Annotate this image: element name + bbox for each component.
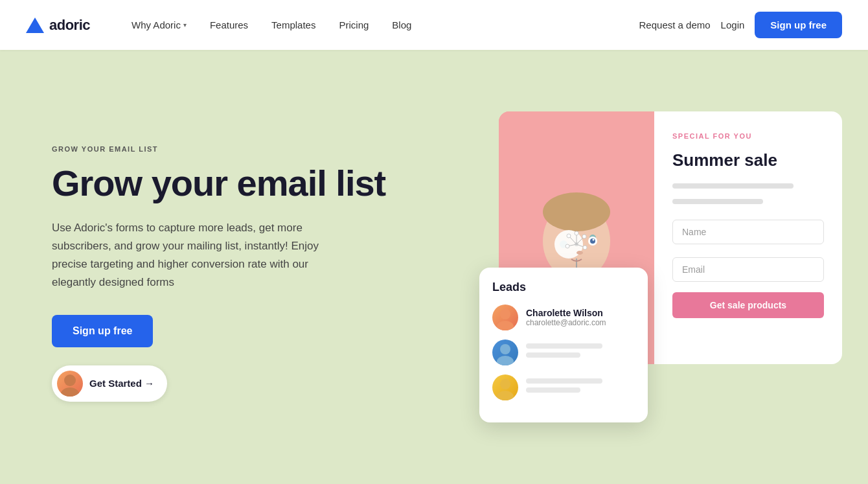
popup-form: SPECIAL FOR YOU Summer sale Name Email G… <box>654 111 842 364</box>
svg-point-24 <box>593 239 595 241</box>
lead-avatar-3 <box>492 375 518 400</box>
lead-line-name-3 <box>526 378 602 384</box>
leads-card: Leads Charolette Wilson charolette@adori… <box>479 268 648 422</box>
login-link[interactable]: Login <box>721 19 745 30</box>
nav-pricing[interactable]: Pricing <box>328 14 379 36</box>
svg-point-15 <box>582 235 586 238</box>
popup-special-label: SPECIAL FOR YOU <box>672 132 824 140</box>
svg-point-32 <box>497 391 514 400</box>
lead-avatar-1 <box>492 305 518 330</box>
signup-nav-button[interactable]: Sign up free <box>755 12 842 38</box>
logo-text: adoric <box>49 17 90 34</box>
lead-email-1: charolette@adoric.com <box>526 318 635 327</box>
lead-item-3 <box>492 375 635 400</box>
lead-lines-3 <box>526 378 635 397</box>
svg-point-28 <box>497 321 514 330</box>
lead-name-1: Charolette Wilson <box>526 308 635 318</box>
nav-templates[interactable]: Templates <box>261 14 326 36</box>
lead-lines-2 <box>526 343 635 362</box>
lead-avatar-2 <box>492 340 518 365</box>
avatar <box>57 371 83 397</box>
svg-point-29 <box>500 344 510 354</box>
request-demo-link[interactable]: Request a demo <box>639 19 711 30</box>
get-started-pill[interactable]: Get Started → <box>52 365 167 402</box>
svg-point-27 <box>500 309 510 319</box>
lead-item-1: Charolette Wilson charolette@adoric.com <box>492 305 635 330</box>
hero-visual: ❋ SPECIAL FOR YOU Summer sale Name Email… <box>492 111 868 435</box>
hero-section: GROW YOUR EMAIL LIST Grow your email lis… <box>0 50 868 484</box>
svg-point-31 <box>500 379 510 389</box>
svg-point-0 <box>64 375 76 386</box>
svg-point-25 <box>577 251 583 255</box>
svg-point-13 <box>567 234 571 238</box>
nav-features[interactable]: Features <box>200 14 258 36</box>
popup-sale-title: Summer sale <box>672 150 824 170</box>
lead-line-email-3 <box>526 387 580 393</box>
popup-email-input[interactable]: Email <box>672 257 824 282</box>
popup-line-2 <box>672 199 763 204</box>
navbar: adoric Why Adoric ▾ Features Templates P… <box>0 0 868 50</box>
svg-point-21 <box>583 246 587 249</box>
lead-item-2 <box>492 340 635 365</box>
nav-blog[interactable]: Blog <box>382 14 422 36</box>
popup-name-input[interactable]: Name <box>672 220 824 244</box>
hero-left: GROW YOUR EMAIL LIST Grow your email lis… <box>52 145 385 402</box>
chevron-down-icon: ▾ <box>183 21 187 29</box>
lead-line-email-2 <box>526 352 580 358</box>
nav-links: Why Adoric ▾ Features Templates Pricing … <box>121 14 639 36</box>
leads-title: Leads <box>492 281 635 294</box>
get-started-text: Get Started → <box>89 378 154 389</box>
svg-point-6 <box>543 192 610 231</box>
hero-eyebrow: GROW YOUR EMAIL LIST <box>52 145 385 153</box>
nav-why-adoric[interactable]: Why Adoric ▾ <box>121 14 197 36</box>
lead-info-1: Charolette Wilson charolette@adoric.com <box>526 308 635 327</box>
signup-hero-button[interactable]: Sign up free <box>52 315 153 347</box>
nav-right: Request a demo Login Sign up free <box>639 12 842 38</box>
logo[interactable]: adoric <box>26 17 90 34</box>
svg-point-1 <box>61 387 79 397</box>
popup-cta-button[interactable]: Get sale products <box>672 292 824 318</box>
hero-title: Grow your email list <box>52 163 385 203</box>
logo-icon <box>26 17 44 33</box>
hero-description: Use Adoric's forms to capture more leads… <box>52 219 350 292</box>
svg-point-19 <box>565 244 569 248</box>
svg-point-30 <box>497 356 514 365</box>
svg-point-17 <box>575 231 578 235</box>
popup-line-1 <box>672 183 794 189</box>
lead-line-name-2 <box>526 343 602 349</box>
